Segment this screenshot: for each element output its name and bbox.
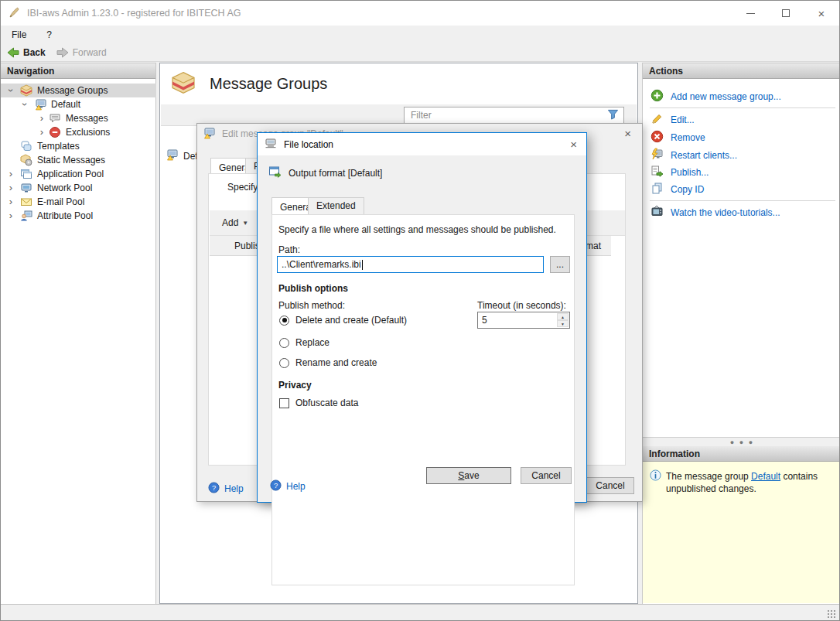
action-label[interactable]: Copy ID — [671, 184, 704, 195]
action-edit[interactable]: Edit... — [650, 112, 695, 128]
radio-icon[interactable] — [279, 338, 289, 348]
close-icon[interactable]: × — [624, 128, 631, 139]
tree-label[interactable]: Application Pool — [37, 169, 104, 179]
chevron-right-icon[interactable]: › — [38, 114, 46, 122]
close-icon: × — [818, 8, 825, 19]
output-format-row: Output format [Default] — [268, 165, 382, 181]
tree-label[interactable]: Message Groups — [37, 85, 108, 96]
add-icon — [650, 89, 664, 104]
tree-label[interactable]: Messages — [66, 113, 108, 124]
tree-label[interactable]: E-mail Pool — [37, 196, 84, 207]
remove-icon — [650, 130, 664, 145]
resize-grip[interactable] — [827, 609, 836, 619]
svg-text:?: ? — [274, 482, 278, 490]
close-icon[interactable]: × — [570, 138, 577, 150]
cancel-button[interactable]: Cancel — [521, 467, 572, 484]
edit-help-link[interactable]: ? Help — [208, 482, 244, 496]
app-window: IBI-aws Admin 1.23.0 - registered for IB… — [0, 0, 840, 621]
back-arrow-icon — [7, 46, 19, 59]
close-button[interactable]: × — [804, 1, 839, 26]
help-icon: ? — [208, 482, 220, 496]
default-link[interactable]: Default — [751, 471, 780, 482]
chevron-right-icon[interactable]: › — [7, 198, 15, 206]
chevron-right-icon[interactable]: › — [7, 212, 15, 220]
tree-item-email-pool[interactable]: › E-mail Pool — [1, 195, 156, 209]
action-copy-id[interactable]: Copy ID — [650, 182, 704, 197]
tree-label[interactable]: Static Messages — [37, 155, 105, 165]
radio-rename-and-create[interactable]: Rename and create — [279, 357, 377, 368]
forward-button[interactable]: Forward — [56, 46, 107, 59]
action-label[interactable]: Publish... — [671, 167, 709, 178]
file-dialog-title-bar[interactable]: File location × — [258, 133, 586, 155]
help-icon: ? — [270, 479, 282, 493]
menu-file[interactable]: File — [12, 29, 26, 40]
radio-delete-and-create[interactable]: Delete and create (Default) — [279, 315, 407, 326]
tree-item-network-pool[interactable]: › Network Pool — [1, 181, 156, 195]
add-dropdown-button[interactable]: Add ▼ — [222, 217, 248, 228]
action-remove[interactable]: Remove — [650, 130, 705, 145]
page-title: Message Groups — [210, 75, 327, 93]
nav-toolbar: Back Forward — [1, 44, 839, 62]
maximize-icon — [782, 9, 790, 17]
chevron-down-icon[interactable]: › — [21, 101, 29, 108]
action-add-new-message-group[interactable]: Add new message group... — [650, 89, 781, 104]
minimize-button[interactable] — [732, 1, 768, 26]
chevron-down-icon: ▼ — [242, 220, 248, 227]
file-tab-extended[interactable]: Extended — [308, 197, 364, 214]
panel-splitter[interactable]: ● ● ● — [643, 437, 840, 446]
radio-icon[interactable] — [279, 358, 289, 368]
menu-help[interactable]: ? — [46, 29, 52, 40]
action-label[interactable]: Edit... — [671, 114, 695, 125]
message-groups-icon — [20, 84, 32, 97]
radio-label: Replace — [295, 337, 330, 348]
tree-item-default[interactable]: › Default — [1, 97, 156, 111]
file-location-icon — [265, 137, 277, 152]
chevron-right-icon[interactable]: › — [38, 128, 46, 136]
tree-item-application-pool[interactable]: › Application Pool — [1, 167, 156, 181]
file-help-link[interactable]: ? Help — [270, 479, 306, 493]
action-label[interactable]: Remove — [671, 132, 705, 143]
information-body: The message group Default contains unpub… — [643, 462, 840, 603]
timeout-spinner[interactable]: 5 ▲ ▼ — [477, 312, 570, 329]
filter-input[interactable]: Filter — [404, 107, 624, 124]
radio-label: Delete and create (Default) — [295, 315, 407, 326]
tree-item-message-groups[interactable]: › Message Groups — [1, 84, 156, 97]
spinner-up-button[interactable]: ▲ — [557, 313, 569, 320]
restart-clients-icon — [650, 148, 664, 163]
chevron-down-icon[interactable]: › — [7, 87, 15, 94]
checkbox-label: Obfuscate data — [295, 398, 358, 408]
chevron-right-icon[interactable]: › — [7, 184, 15, 192]
path-input[interactable]: ..\Client\remarks.ibi — [277, 256, 544, 273]
edit-cancel-button[interactable]: Cancel — [586, 477, 634, 494]
chevron-right-icon[interactable]: › — [7, 170, 15, 178]
filter-funnel-icon[interactable] — [607, 109, 619, 122]
save-button[interactable]: Save — [426, 467, 511, 484]
attribute-pool-icon — [20, 210, 32, 222]
action-label[interactable]: Restart clients... — [671, 150, 737, 161]
action-publish[interactable]: Publish... — [650, 165, 709, 180]
publish-options-heading: Publish options — [278, 283, 348, 294]
radio-replace[interactable]: Replace — [279, 337, 330, 348]
tree-item-templates[interactable]: Templates — [1, 139, 156, 153]
tree-item-messages[interactable]: › Messages — [1, 111, 156, 125]
tree-label[interactable]: Templates — [37, 141, 80, 152]
action-watch-video-tutorials[interactable]: Watch the video-tutorials... — [650, 205, 780, 220]
obfuscate-data-checkbox[interactable]: Obfuscate data — [279, 398, 358, 408]
tree-label[interactable]: Default — [51, 99, 80, 110]
checkbox-icon[interactable] — [279, 398, 289, 408]
tree-item-exclusions[interactable]: › Exclusions — [1, 125, 156, 139]
spinner-down-button[interactable]: ▼ — [557, 320, 569, 327]
back-button[interactable]: Back — [7, 46, 46, 59]
tree-label[interactable]: Network Pool — [37, 183, 92, 193]
tree-label[interactable]: Exclusions — [66, 127, 110, 138]
action-restart-clients[interactable]: Restart clients... — [650, 148, 737, 163]
radio-selected-icon[interactable] — [279, 316, 289, 326]
action-label[interactable]: Watch the video-tutorials... — [671, 207, 780, 218]
tree-item-static-messages[interactable]: Static Messages — [1, 153, 156, 167]
browse-button[interactable]: ... — [550, 256, 570, 273]
action-label[interactable]: Add new message group... — [671, 91, 781, 102]
timeout-label: Timeout (in seconds): — [477, 300, 566, 311]
maximize-button[interactable] — [768, 1, 804, 26]
tree-item-attribute-pool[interactable]: › Attribute Pool — [1, 209, 156, 223]
tree-label[interactable]: Attribute Pool — [37, 210, 93, 221]
